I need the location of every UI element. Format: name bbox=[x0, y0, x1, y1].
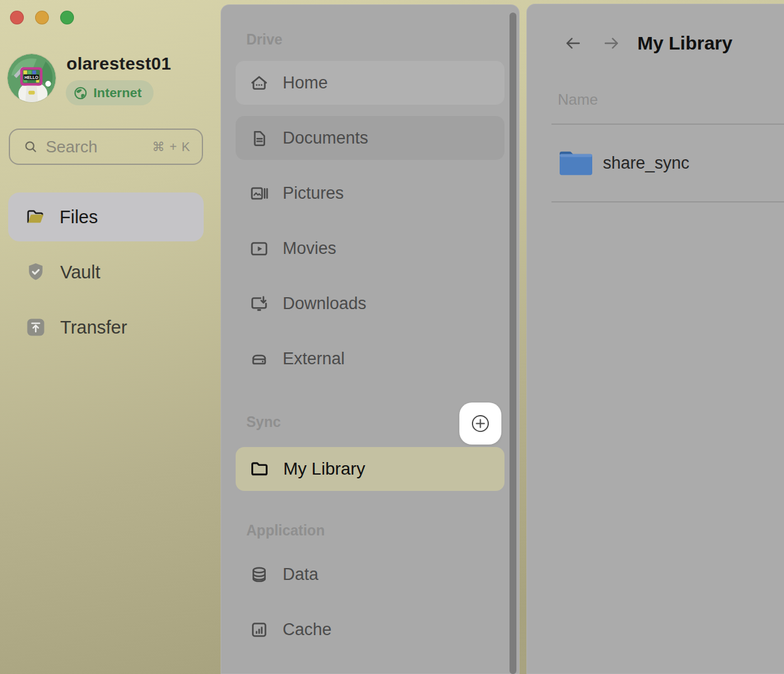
circle-plus-icon bbox=[471, 414, 490, 433]
sidebar-item-files[interactable]: Files bbox=[8, 192, 204, 241]
globe-icon bbox=[73, 86, 88, 100]
upload-icon bbox=[25, 317, 46, 338]
zoom-button[interactable] bbox=[60, 11, 74, 24]
file-row-share-sync[interactable]: share_sync bbox=[551, 125, 784, 201]
home-icon bbox=[249, 73, 269, 93]
sidebar-item-transfer[interactable]: Transfer bbox=[8, 305, 204, 349]
folder-outline-icon bbox=[249, 459, 269, 479]
arrow-left-icon bbox=[563, 33, 583, 53]
gallery-icon bbox=[249, 184, 269, 203]
drive-panel: Drive Home Documents Pictures bbox=[221, 4, 520, 674]
drive-item-cache[interactable]: Cache bbox=[236, 608, 504, 651]
drive-item-my-library[interactable]: My Library bbox=[236, 447, 504, 491]
column-header-name[interactable]: Name bbox=[558, 91, 598, 108]
external-drive-icon bbox=[249, 349, 269, 369]
drive-item-label: Movies bbox=[283, 239, 337, 258]
drive-item-label: Data bbox=[283, 565, 318, 584]
sidebar-item-label: Transfer bbox=[60, 317, 127, 338]
drive-item-label: Cache bbox=[283, 620, 332, 640]
drive-item-label: Documents bbox=[283, 129, 368, 148]
sidebar-item-label: Files bbox=[60, 207, 98, 228]
file-name: share_sync bbox=[603, 154, 689, 173]
database-icon bbox=[249, 565, 269, 584]
section-title-application: Application bbox=[236, 522, 504, 539]
search-icon bbox=[24, 140, 38, 154]
drive-item-label: External bbox=[283, 349, 345, 369]
add-sync-button[interactable] bbox=[459, 403, 501, 445]
network-label: Internet bbox=[93, 85, 142, 100]
drive-panel-scrollbar[interactable] bbox=[510, 13, 516, 674]
drive-item-label: Downloads bbox=[283, 294, 367, 313]
chart-square-icon bbox=[249, 620, 269, 640]
drive-item-label: My Library bbox=[283, 459, 365, 479]
movie-icon bbox=[249, 239, 269, 258]
drive-item-documents[interactable]: Documents bbox=[236, 116, 504, 160]
arrow-right-icon bbox=[602, 33, 622, 53]
window-controls bbox=[10, 11, 74, 24]
sidebar-item-label: Vault bbox=[60, 262, 100, 283]
drive-item-home[interactable]: Home bbox=[236, 61, 504, 105]
svg-text:HELLO: HELLO bbox=[24, 75, 38, 80]
folder-icon bbox=[558, 149, 594, 177]
drive-item-label: Home bbox=[283, 73, 328, 93]
search-box[interactable]: ⌘ + K bbox=[9, 129, 203, 165]
minimize-button[interactable] bbox=[35, 11, 49, 24]
back-button[interactable] bbox=[563, 33, 583, 53]
username: olarestest01 bbox=[66, 54, 171, 74]
section-title-drive: Drive bbox=[236, 31, 504, 48]
folder-open-icon bbox=[25, 207, 46, 228]
sidebar: HELLO olarestest01 Internet ⌘ + K Files bbox=[0, 0, 221, 674]
document-icon bbox=[249, 129, 269, 148]
drive-item-label: Pictures bbox=[283, 184, 344, 203]
content-header: My Library bbox=[563, 33, 733, 54]
drive-item-downloads[interactable]: Downloads bbox=[236, 282, 504, 325]
sidebar-item-vault[interactable]: Vault bbox=[8, 250, 204, 294]
page-title: My Library bbox=[637, 33, 733, 54]
drive-item-external[interactable]: External bbox=[236, 337, 504, 381]
content-panel: My Library Name share_sync bbox=[526, 4, 784, 674]
divider bbox=[551, 201, 784, 203]
drive-item-movies[interactable]: Movies bbox=[236, 226, 504, 270]
download-monitor-icon bbox=[249, 294, 269, 313]
search-input[interactable] bbox=[46, 137, 144, 157]
drive-item-pictures[interactable]: Pictures bbox=[236, 171, 504, 215]
network-status-badge: Internet bbox=[66, 80, 154, 105]
avatar[interactable]: HELLO bbox=[8, 54, 56, 102]
search-shortcut: ⌘ + K bbox=[152, 139, 191, 154]
shield-check-icon bbox=[25, 261, 46, 283]
close-button[interactable] bbox=[10, 11, 24, 24]
drive-item-data[interactable]: Data bbox=[236, 552, 504, 596]
forward-button[interactable] bbox=[602, 33, 622, 53]
